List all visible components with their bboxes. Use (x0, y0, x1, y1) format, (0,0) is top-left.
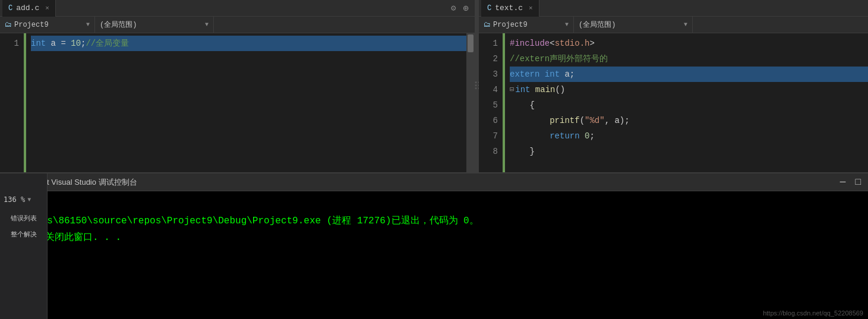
debug-output-line3: 按任意键关闭此窗口. . . (7, 229, 861, 246)
left-project-label: Project9 (14, 21, 49, 29)
left-line-num-1: 1 (5, 36, 19, 51)
left-project-dropdown[interactable]: 🗂 Project9 ▼ (0, 17, 95, 33)
right-project-label: Project9 (493, 21, 528, 29)
debug-minimize-btn[interactable]: ─ (838, 177, 848, 188)
left-scope-chevron: ▼ (205, 21, 209, 28)
right-code-area: 1 2 3 4 5 6 7 8 #include<stdio.h> (479, 33, 868, 172)
solution-label[interactable]: 整个解决 (10, 228, 38, 241)
right-code-line-8: } (510, 144, 868, 159)
sidebar-labels: 错误列表 整个解决 (0, 209, 48, 319)
right-project-chevron: ▼ (565, 21, 569, 28)
left-project-icon: 🗂 (5, 20, 12, 29)
left-scrollbar-thumb[interactable] (468, 34, 474, 52)
left-scope-label: (全局范围) (100, 20, 137, 30)
left-tab-close[interactable]: × (45, 5, 49, 12)
right-line-numbers: 1 2 3 4 5 6 7 8 (479, 33, 503, 172)
right-code-line-3: extern int a; (510, 67, 868, 82)
right-code-line-5: { (510, 97, 868, 113)
debug-window-controls: ─ □ (838, 177, 863, 188)
debug-output: 10 C:\Users\86150\source\repos\Project9\… (0, 191, 868, 319)
left-scrollbar[interactable] (466, 33, 475, 172)
right-tab-text-c[interactable]: C text.c × (481, 0, 539, 17)
zoom-indicator: 136 % ▼ (0, 191, 48, 208)
left-tab-add-c[interactable]: C add.c × (2, 0, 56, 17)
left-project-chevron: ▼ (86, 21, 90, 28)
left-line-numbers: 1 (0, 33, 24, 172)
left-tab-icon: C (8, 4, 12, 12)
right-project-icon: 🗂 (484, 20, 491, 29)
left-code-content[interactable]: int a = 10;//全局变量 (26, 33, 466, 172)
right-code-line-7: return 0; (510, 128, 868, 144)
right-code-line-6: printf("%d", a); (510, 113, 868, 128)
right-code-line-2: //extern声明外部符号的 (510, 51, 868, 67)
split-editor-icon[interactable]: ⊕ (459, 2, 472, 14)
right-tab-label: text.c (495, 4, 523, 12)
debug-title-bar: CV Microsoft Visual Studio 调试控制台 ─ □ (0, 173, 868, 191)
settings-gear-icon[interactable]: ⚙ (447, 3, 459, 13)
zoom-level: 136 % (4, 195, 25, 204)
right-tab-bar: C text.c × (479, 0, 868, 17)
right-code-line-4: ⊟int main() (510, 82, 868, 97)
right-code-content[interactable]: #include<stdio.h> //extern声明外部符号的 extern… (505, 33, 868, 172)
left-scope-dropdown[interactable]: (全局范围) ▼ (95, 17, 214, 33)
right-code-line-1: #include<stdio.h> (510, 36, 868, 51)
zoom-dropdown-icon[interactable]: ▼ (27, 197, 31, 203)
debug-maximize-btn[interactable]: □ (853, 177, 863, 188)
left-code-area: 1 int a = 10;//全局变量 (0, 33, 475, 172)
right-scope-label: (全局范围) (579, 20, 616, 30)
right-project-dropdown[interactable]: 🗂 Project9 ▼ (479, 17, 574, 33)
left-tab-bar: C add.c × ⚙ ⊕ (0, 0, 475, 17)
error-list-label[interactable]: 错误列表 (10, 211, 38, 225)
left-code-line-1: int a = 10;//全局变量 (31, 36, 466, 51)
debug-console-area: 136 % ▼ 错误列表 整个解决 CV Microsoft Visual St… (0, 172, 868, 319)
attribution-text: https://blog.csdn.net/qq_52208569 (763, 309, 863, 317)
kw-int: int (31, 36, 46, 51)
debug-output-line2: C:\Users\86150\source\repos\Project9\Deb… (7, 213, 861, 229)
right-scope-chevron: ▼ (684, 21, 687, 28)
fold-icon[interactable]: ⊟ (510, 82, 514, 97)
left-tab-label: add.c (16, 4, 39, 12)
debug-output-line1: 10 (7, 196, 861, 213)
right-scope-dropdown[interactable]: (全局范围) ▼ (574, 17, 693, 33)
debug-cursor: ▌ (7, 248, 861, 265)
right-tab-close[interactable]: × (529, 5, 533, 12)
left-toolbar: 🗂 Project9 ▼ (全局范围) ▼ (0, 17, 475, 33)
right-toolbar: 🗂 Project9 ▼ (全局范围) ▼ (479, 17, 868, 33)
right-tab-icon: C (487, 4, 491, 12)
